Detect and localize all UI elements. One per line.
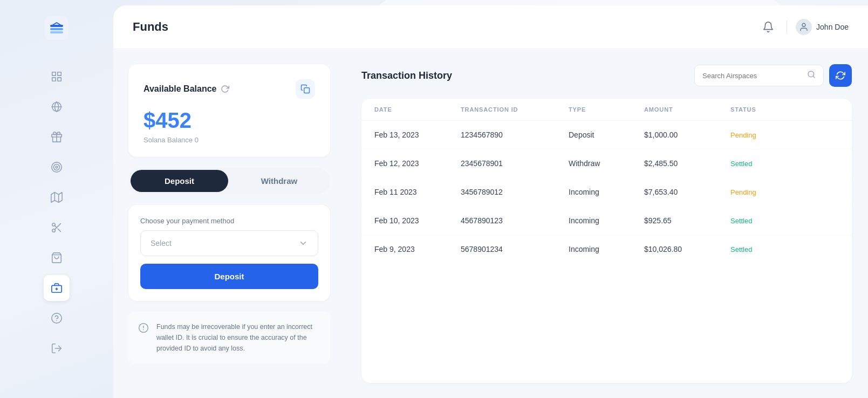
payment-select[interactable]: Select [140,230,318,256]
content-area: Available Balance [113,49,868,398]
tx-id: 4567890123 [461,216,569,225]
tx-date: Feb 12, 2023 [374,159,461,168]
tx-type: Incoming [569,188,644,196]
svg-line-20 [54,225,57,228]
select-placeholder: Select [151,239,172,248]
col-date: DATE [374,106,461,113]
svg-rect-5 [58,72,61,76]
search-input[interactable] [702,72,803,80]
sidebar-item-target[interactable] [44,154,70,180]
header: Funds John Doe [113,5,868,49]
action-tabs: Deposit Withdraw [128,168,330,194]
svg-point-25 [52,313,61,323]
notification-button[interactable] [758,17,778,37]
tx-amount: $1,000.00 [644,131,730,139]
tx-status: Settled [730,245,795,253]
balance-header: Available Balance [143,79,315,99]
warning-icon [138,322,149,335]
tx-status: Settled [730,160,795,168]
sidebar-item-help[interactable] [44,305,70,331]
balance-sub: Solana Balance 0 [143,136,315,144]
copy-button[interactable] [296,79,315,99]
tx-type: Deposit [569,131,644,139]
right-panel: Transaction History [345,49,868,398]
sidebar-item-logout[interactable] [44,335,70,361]
header-divider [787,20,787,33]
withdraw-tab[interactable]: Withdraw [230,170,328,192]
svg-point-12 [56,166,58,168]
page-title: Funds [133,20,168,34]
sidebar-item-bag[interactable] [44,245,70,271]
payment-section: Choose your payment method Select Deposi… [128,205,330,301]
col-amount: AMOUNT [644,106,730,113]
svg-marker-13 [51,193,62,202]
user-avatar [796,19,812,35]
sidebar-item-funds[interactable] [44,275,70,301]
svg-rect-3 [50,31,63,33]
user-name: John Doe [816,23,849,31]
deposit-tab[interactable]: Deposit [131,170,228,192]
user-menu[interactable]: John Doe [796,19,849,35]
svg-rect-4 [52,72,56,76]
tx-type: Incoming [569,216,644,225]
tx-amount: $10,026.80 [644,245,730,253]
tx-date: Feb 11 2023 [374,188,461,196]
table-row: Feb 13, 2023 1234567890 Deposit $1,000.0… [361,121,852,149]
search-box [694,65,824,86]
balance-amount: $452 [143,108,315,133]
deposit-button[interactable]: Deposit [140,264,318,289]
svg-rect-29 [304,88,310,93]
balance-card: Available Balance [128,64,330,157]
table-row: Feb 9, 2023 5678901234 Incoming $10,026.… [361,235,852,263]
app-container: Funds John Doe [0,0,868,398]
tx-controls [694,64,852,87]
tx-amount: $2,485.50 [644,159,730,168]
balance-refresh-icon[interactable] [221,85,229,93]
svg-line-34 [813,76,815,78]
table-row: Feb 10, 2023 4567890123 Incoming $925.65… [361,207,852,235]
tx-date: Feb 13, 2023 [374,131,461,139]
tx-title: Transaction History [361,70,452,81]
table-row: Feb 12, 2023 2345678901 Withdraw $2,485.… [361,149,852,178]
tx-amount: $925.65 [644,216,730,225]
header-right: John Doe [758,17,849,37]
tx-type: Incoming [569,245,644,253]
col-status: STATUS [730,106,795,113]
svg-rect-2 [50,28,63,30]
tx-id: 2345678901 [461,159,569,168]
table-row: Feb 11 2023 3456789012 Incoming $7,653.4… [361,178,852,207]
sidebar-item-map[interactable] [44,184,70,210]
col-txid: TRANSACTION ID [461,106,569,113]
tx-date: Feb 9, 2023 [374,245,461,253]
tx-status: Pending [730,188,795,196]
table-header: DATE TRANSACTION ID TYPE AMOUNT STATUS [361,99,852,121]
svg-point-11 [54,164,60,170]
balance-title-row: Available Balance [143,84,229,94]
svg-rect-6 [58,78,61,81]
tx-date: Feb 10, 2023 [374,216,461,225]
sidebar-item-globe[interactable] [44,94,70,120]
svg-rect-7 [52,78,56,81]
sidebar-item-dashboard[interactable] [44,64,70,90]
tx-id: 3456789012 [461,188,569,196]
sidebar-item-scissors[interactable] [44,215,70,241]
warning-text: Funds may be irrecoverable if you enter … [156,321,320,354]
left-panel: Available Balance [113,49,345,398]
tx-type: Withdraw [569,159,644,168]
tx-id: 1234567890 [461,131,569,139]
tx-amount: $7,653.40 [644,188,730,196]
search-icon [807,70,816,81]
logo[interactable] [45,16,69,42]
tx-header: Transaction History [361,64,852,87]
balance-title: Available Balance [143,84,216,94]
table-body: Feb 13, 2023 1234567890 Deposit $1,000.0… [361,121,852,263]
main-content: Funds John Doe [113,5,868,398]
payment-label: Choose your payment method [140,217,318,225]
sidebar-item-gift[interactable] [44,124,70,150]
sidebar-nav [0,64,113,361]
svg-point-28 [802,23,805,26]
tx-table: DATE TRANSACTION ID TYPE AMOUNT STATUS F… [361,99,852,383]
col-type: TYPE [569,106,644,113]
tx-refresh-button[interactable] [829,64,852,87]
sidebar [0,0,113,398]
